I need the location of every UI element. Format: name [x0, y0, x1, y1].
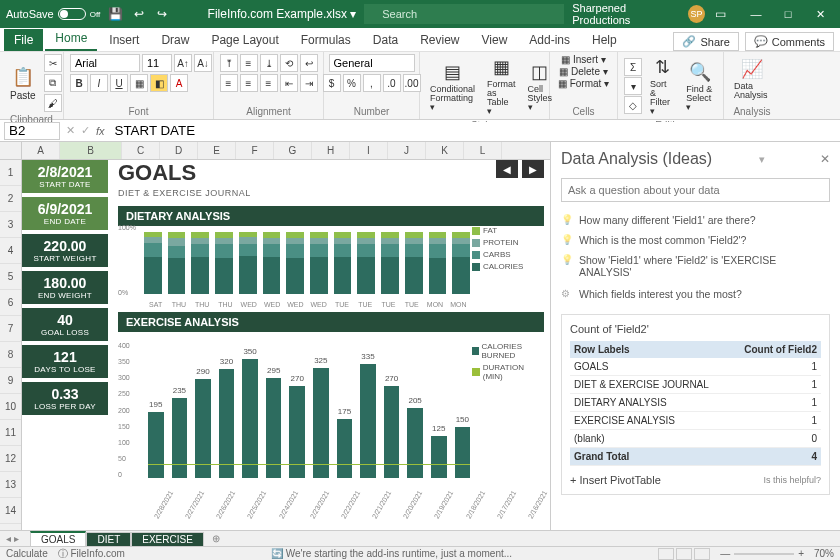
suggestion-header[interactable]: Which fields interest you the most?: [561, 282, 830, 306]
tab-help[interactable]: Help: [582, 29, 627, 51]
close-button[interactable]: ✕: [806, 4, 834, 24]
fx-icon[interactable]: fx: [96, 125, 105, 137]
tab-draw[interactable]: Draw: [151, 29, 199, 51]
decrease-indent-icon[interactable]: ⇤: [280, 74, 298, 92]
share-button[interactable]: 🔗 Share: [673, 32, 738, 51]
number-format-select[interactable]: [329, 54, 415, 72]
tab-view[interactable]: View: [472, 29, 518, 51]
ribbon-mode-icon[interactable]: ▭: [713, 6, 728, 22]
italic-icon[interactable]: I: [90, 74, 108, 92]
clear-icon[interactable]: ◇: [624, 96, 642, 114]
insert-cells-button[interactable]: ▦ Insert ▾: [561, 54, 606, 65]
worksheet-grid[interactable]: A B C D E F G H I J K L 1234567891011121…: [0, 142, 550, 530]
tab-addins[interactable]: Add-ins: [519, 29, 580, 51]
decrease-decimal-icon[interactable]: .00: [403, 74, 421, 92]
sheet-tab-exercise[interactable]: EXERCISE: [131, 532, 204, 546]
helpful-link[interactable]: Is this helpful?: [763, 475, 821, 485]
sort-filter-button[interactable]: ⇅Sort & Filter ▾: [646, 54, 678, 118]
bold-icon[interactable]: B: [70, 74, 88, 92]
undo-icon[interactable]: ↩: [131, 6, 146, 22]
font-name-select[interactable]: [70, 54, 140, 72]
increase-indent-icon[interactable]: ⇥: [300, 74, 318, 92]
cancel-formula-icon[interactable]: ✕: [66, 124, 75, 137]
align-top-icon[interactable]: ⤒: [220, 54, 238, 72]
comma-icon[interactable]: ,: [363, 74, 381, 92]
card-title: Count of 'Field2': [570, 323, 821, 335]
data-analysis-button[interactable]: 📈Data Analysis: [730, 56, 774, 102]
comments-button[interactable]: 💬 Comments: [745, 32, 834, 51]
summary-card: 2/8/2021START DATE: [22, 160, 108, 193]
cut-icon[interactable]: ✂: [44, 54, 62, 72]
normal-view-icon[interactable]: [658, 548, 674, 560]
fill-icon[interactable]: ▾: [624, 77, 642, 95]
zoom-level[interactable]: 70%: [814, 548, 834, 559]
suggestion-item[interactable]: How many different 'Field1' are there?: [561, 210, 830, 230]
new-sheet-button[interactable]: ⊕: [204, 533, 228, 544]
align-right-icon[interactable]: ≡: [260, 74, 278, 92]
save-icon[interactable]: 💾: [108, 6, 123, 22]
align-middle-icon[interactable]: ≡: [240, 54, 258, 72]
minimize-button[interactable]: —: [742, 4, 770, 24]
zoom-slider[interactable]: — +: [720, 548, 804, 559]
find-select-button[interactable]: 🔍Find & Select ▾: [682, 59, 717, 114]
suggestion-item[interactable]: Which is the most common 'Field2'?: [561, 230, 830, 250]
tab-formulas[interactable]: Formulas: [291, 29, 361, 51]
tab-data[interactable]: Data: [363, 29, 408, 51]
sheet-tab-goals[interactable]: GOALS: [30, 531, 86, 546]
font-size-select[interactable]: [142, 54, 172, 72]
tab-page-layout[interactable]: Page Layout: [201, 29, 288, 51]
prev-arrow-button[interactable]: ◀: [496, 160, 518, 178]
suggestion-item[interactable]: Show 'Field1' where 'Field2' is 'EXERCIS…: [561, 250, 830, 282]
grow-font-icon[interactable]: A↑: [174, 54, 192, 72]
page-layout-view-icon[interactable]: [676, 548, 692, 560]
ideas-ask-input[interactable]: [561, 178, 830, 202]
align-bottom-icon[interactable]: ⤓: [260, 54, 278, 72]
currency-icon[interactable]: $: [323, 74, 341, 92]
orientation-icon[interactable]: ⟲: [280, 54, 298, 72]
maximize-button[interactable]: □: [774, 4, 802, 24]
redo-icon[interactable]: ↪: [154, 6, 169, 22]
summary-card: 40GOAL LOSS: [22, 308, 108, 341]
tab-home[interactable]: Home: [45, 27, 97, 51]
status-bar: Calculate ⓘ FileInfo.com 🔄 We're startin…: [0, 546, 840, 560]
ideas-panel: Data Analysis (Ideas) ▾ ✕ How many diffe…: [550, 142, 840, 530]
search-input[interactable]: [364, 4, 564, 24]
format-cells-button[interactable]: ▦ Format ▾: [558, 78, 609, 89]
paste-button[interactable]: 📋Paste: [6, 64, 40, 103]
sheet-tab-diet[interactable]: DIET: [86, 532, 131, 546]
tab-review[interactable]: Review: [410, 29, 469, 51]
underline-icon[interactable]: U: [110, 74, 128, 92]
align-center-icon[interactable]: ≡: [240, 74, 258, 92]
ideas-title: Data Analysis (Ideas) ▾ ✕: [561, 150, 830, 168]
autosum-icon[interactable]: Σ: [624, 58, 642, 76]
file-name[interactable]: FileInfo.com Example.xlsx ▾: [208, 7, 357, 21]
percent-icon[interactable]: %: [343, 74, 361, 92]
next-arrow-button[interactable]: ▶: [522, 160, 544, 178]
increase-decimal-icon[interactable]: .0: [383, 74, 401, 92]
shrink-font-icon[interactable]: A↓: [194, 54, 212, 72]
copy-icon[interactable]: ⧉: [44, 74, 62, 92]
border-icon[interactable]: ▦: [130, 74, 148, 92]
conditional-formatting-button[interactable]: ▤Conditional Formatting ▾: [426, 59, 479, 114]
delete-cells-button[interactable]: ▦ Delete ▾: [559, 66, 607, 77]
formula-bar: ✕ ✓ fx: [0, 120, 840, 142]
autosave-toggle[interactable]: AutoSave Off: [6, 8, 100, 20]
font-color-icon[interactable]: A: [170, 74, 188, 92]
name-box[interactable]: [4, 122, 60, 140]
insert-pivot-button[interactable]: + Insert PivotTable: [570, 474, 661, 486]
summary-card: 180.00END WEIGHT: [22, 271, 108, 304]
close-ideas-icon[interactable]: ✕: [820, 152, 830, 166]
dietary-analysis-header: DIETARY ANALYSIS: [118, 206, 544, 226]
page-break-view-icon[interactable]: [694, 548, 710, 560]
enter-formula-icon[interactable]: ✓: [81, 124, 90, 137]
format-as-table-button[interactable]: ▦Format as Table ▾: [483, 54, 520, 118]
fill-color-icon[interactable]: ◧: [150, 74, 168, 92]
tab-insert[interactable]: Insert: [99, 29, 149, 51]
format-painter-icon[interactable]: 🖌: [44, 94, 62, 112]
tab-file[interactable]: File: [4, 29, 43, 51]
wrap-text-icon[interactable]: ↩: [300, 54, 318, 72]
avatar[interactable]: SP: [688, 5, 705, 23]
align-left-icon[interactable]: ≡: [220, 74, 238, 92]
formula-input[interactable]: [111, 122, 836, 140]
subtitle: DIET & EXERCISE JOURNAL: [118, 188, 251, 198]
